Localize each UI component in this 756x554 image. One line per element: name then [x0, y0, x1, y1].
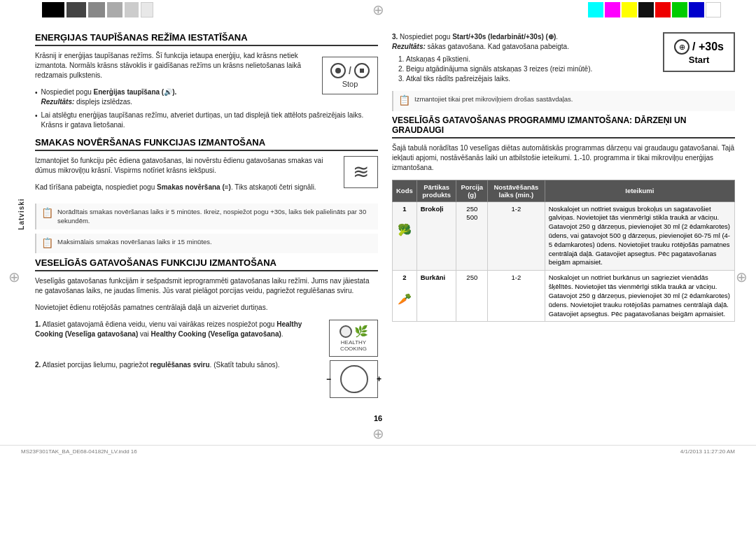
color-yellow [622, 2, 637, 17]
section-healthy-title: VESELĪGĀS GATAVOŠANAS FUNKCIJU IZMANTOŠA… [35, 257, 378, 271]
note-box-microwave: 📋 Izmantojiet tikai pret mikroviļņiem dr… [392, 91, 735, 111]
start-icon-row: ⊕ / +30s [674, 39, 724, 55]
healthy-body1: Veselīgās gatavošanas funkcijām ir sešpa… [35, 276, 378, 296]
note-text-2: Maksimālais smakas novēršanas laiks ir 1… [57, 237, 212, 246]
step-2-num: 2. [35, 361, 41, 369]
step-3-container: ⊕ / +30s Start 3. Nospiediet pogu Start/… [392, 32, 735, 115]
step-2-text: 2. Atlasiet porcijas lielumu, pagriežot … [35, 360, 378, 370]
reg-mark-bottom: ⊕ [0, 425, 756, 442]
healthy-icon-box: 🌿 HEALTHYCOOKING [329, 320, 378, 357]
stop-label: Stop [342, 80, 358, 88]
odor-icon-box: ≋ [344, 156, 378, 188]
stop-icons-row: / [330, 63, 370, 78]
step-3-num: 3. [392, 33, 398, 41]
gray-block-2 [66, 2, 86, 17]
bullet-1: • Nospiediet pogu Enerģijas taupīšana (🔊… [35, 87, 315, 107]
color-blocks [588, 2, 721, 17]
section-odor-title: SMAKAS NOVĒRŠANAS FUNKCIJAS IZMANTOŠANA [35, 137, 378, 151]
left-column: ENERĢIJAS TAUPĪŠANAS REŽĪMA IESTATĪŠANA … [35, 32, 378, 402]
bold-energy: Enerģijas taupīšana (🔊). [94, 88, 177, 96]
plus-30s-text: / +30s [692, 41, 724, 53]
row-1-porcija: 250500 [456, 201, 488, 271]
gray-block-5 [125, 2, 139, 17]
note-microwave-text: Izmantojiet tikai pret mikroviļņiem droš… [414, 94, 573, 104]
dial-box: − + [330, 360, 378, 398]
section-energy-saving: ENERĢIJAS TAUPĪŠANAS REŽĪMA IESTATĪŠANA … [35, 32, 378, 137]
note-icon-microwave: 📋 [398, 94, 410, 108]
table-row: 2🥕 Burkāni 250 1-2 Noskalojet un notīrie… [393, 271, 735, 322]
footer-left: MS23F301TAK_BA_DE68-04182N_LV.indd 16 [21, 448, 137, 455]
section-odor: SMAKAS NOVĒRŠANAS FUNKCIJAS IZMANTOŠANA … [35, 137, 378, 253]
regul-bold: regulēšanas sviru [150, 361, 210, 369]
row-1-produkts: Brokoļi [416, 201, 456, 271]
carrot-icon: 🥕 [398, 293, 412, 305]
section-healthy: VESELĪGĀS GATAVOŠANAS FUNKCIJU IZMANTOŠA… [35, 257, 378, 402]
start-bold: Start/+30s (Iedarbināt/+30s) (⊕) [452, 33, 556, 41]
dial-container: − + [335, 365, 373, 393]
start-button-box: ⊕ / +30s Start [663, 32, 735, 72]
section-odor-body: ≋ Izmantojiet šo funkciju pēc ēdiena gat… [35, 156, 378, 199]
color-green [672, 2, 687, 17]
dial-circle [340, 365, 368, 393]
right-column: ⊕ / +30s Start 3. Nospiediet pogu Start/… [392, 32, 735, 402]
color-magenta [605, 2, 620, 17]
power-circle-icon [330, 63, 346, 78]
table-header-row: Kods Pārtikas produkts Porcija (g) Nostā… [393, 180, 735, 201]
bullet-dot-1: • [35, 88, 38, 98]
step-1-num: 1. [35, 320, 41, 328]
section-energy-title: ENERĢIJAS TAUPĪŠANAS REŽĪMA IESTATĪŠANA [35, 32, 378, 46]
start-label: Start [674, 55, 724, 65]
start-circle-icon: ⊕ [679, 43, 685, 52]
bullet-1-text: Nospiediet pogu Enerģijas taupīšana (🔊).… [41, 87, 177, 107]
stop-icon-container: / Stop [330, 63, 370, 88]
row-2-laiks: 1-2 [488, 271, 545, 322]
note-box-2: 📋 Maksimālais smakas novēršanas laiks ir… [35, 234, 378, 254]
hc-bold-2: Healthy Cooking (Veselīga gatavošana) [151, 330, 281, 338]
page-number: 16 [0, 414, 756, 422]
section-vegetables: VESELĪGĀS GATAVOŠANAS PROGRAMMU IZMANTOŠ… [392, 115, 735, 322]
bullet-2-text: Lai atslēgtu enerģijas taupīšanas režīmu… [41, 111, 378, 130]
th-kods: Kods [393, 180, 417, 201]
result-label-3: Rezultāts: [392, 43, 426, 50]
top-bar: ⊕ [0, 0, 756, 20]
note-text-1: Norādītais smakas novēršanas laiks ir 5 … [57, 207, 373, 226]
step-1-container: 🌿 HEALTHYCOOKING 1. Atlasiet gatavojamā … [35, 320, 378, 360]
gray-block-3 [88, 2, 105, 17]
color-white [706, 2, 721, 17]
th-porcija: Porcija (g) [456, 180, 488, 201]
healthy-circles: 🌿 [337, 325, 370, 338]
gray-block-4 [107, 2, 122, 17]
color-blue [689, 2, 704, 17]
dial-minus: − [326, 374, 331, 384]
row-1-ieteikumi: Noskalojet un notīriet svaigus brokoļus … [545, 201, 734, 271]
bullet-dot-2: • [35, 111, 38, 121]
table-body: 1🥦 Brokoļi 250500 1-2 Noskalojet un notī… [393, 201, 735, 322]
vegetables-table: Kods Pārtikas produkts Porcija (g) Nostā… [392, 180, 735, 322]
th-produkts: Pārtikas produkts [416, 180, 456, 201]
reg-mark-right: ⊕ [736, 269, 748, 285]
row-1-name: Brokoļi [421, 205, 444, 213]
section-energy-body: / Stop Krāsnij ir enerģijas taupīšanas r… [35, 51, 378, 137]
main-content: Latviski ENERĢIJAS TAUPĪŠANAS REŽĪMA IES… [0, 20, 756, 409]
reg-mark-left: ⊕ [8, 269, 20, 285]
footer: MS23F301TAK_BA_DE68-04182N_LV.indd 16 4/… [0, 445, 756, 457]
broccoli-icon: 🥦 [398, 224, 412, 236]
note-icon-1: 📋 [41, 206, 53, 220]
grayscale-blocks [42, 2, 153, 17]
power-circle-inner [335, 68, 341, 73]
stop-icon-box: / Stop [322, 57, 378, 94]
section-vegetables-title: VESELĪGĀS GATAVOŠANAS PROGRAMMU IZMANTOŠ… [392, 115, 735, 138]
note-icon-2: 📋 [41, 236, 53, 250]
healthy-body2: Novietojiet ēdienu rotējošās pamatnes ce… [35, 303, 378, 313]
result-label-1: Rezultāts: [41, 98, 75, 106]
th-laiks: Nostāvēšanās laiks (min.) [488, 180, 545, 201]
color-cyan [588, 2, 603, 17]
odor-symbol: ≋ [353, 162, 369, 182]
table-row: 1🥦 Brokoļi 250500 1-2 Noskalojet un notī… [393, 201, 735, 271]
odor-bold: Smakas novēršana (≡) [157, 183, 231, 191]
color-red [655, 2, 671, 17]
row-2-ieteikumi: Noskalojet un notīriet burkānus un sagri… [545, 271, 734, 322]
hc-circle-1 [340, 325, 352, 338]
footer-right: 4/1/2013 11:27:20 AM [680, 448, 735, 455]
reg-mark-top: ⊕ [372, 1, 384, 18]
